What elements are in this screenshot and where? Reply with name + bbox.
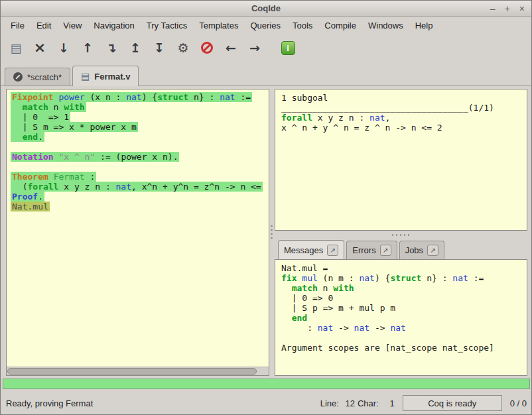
messages-view[interactable]: Nat.mul =fix mul (n m : nat) {struct n} … <box>275 260 527 356</box>
tab-fermat-label: Fermat.v <box>94 72 130 82</box>
info-icon: i <box>281 41 295 55</box>
arrow-down-bar-icon: ↧ <box>154 40 165 55</box>
tab-jobs[interactable]: Jobs ↗ <box>399 241 444 259</box>
scrollbar-thumb[interactable] <box>7 368 257 375</box>
progress-bar <box>3 379 530 389</box>
save-icon: ▤ <box>10 41 21 55</box>
arrow-up-bar-icon: ↥ <box>130 40 141 55</box>
close-button[interactable]: × <box>519 3 525 14</box>
line-value: 12 <box>342 398 355 408</box>
titlebar[interactable]: CoqIde – + × <box>1 1 531 17</box>
goals-pane: 1 subgoal_______________________________… <box>275 89 527 231</box>
pencil-circle-icon <box>13 72 23 82</box>
window-title: CoqIde <box>251 3 281 13</box>
status-message: Ready, proving Fermat <box>6 398 93 408</box>
step-forward-button[interactable]: ↓ <box>54 37 74 58</box>
messages-pane: Nat.mul =fix mul (n m : nat) {struct n} … <box>275 259 527 376</box>
proof-goals-view[interactable]: 1 subgoal_______________________________… <box>275 89 527 136</box>
tab-fermat[interactable]: ▤ Fermat.v <box>72 66 139 86</box>
script-editor[interactable]: Fixpoint power (x n : nat) {struct n} : … <box>7 89 269 367</box>
maximize-button[interactable]: + <box>505 3 510 14</box>
close-buffer-button[interactable]: × <box>30 37 50 58</box>
document-icon: ▤ <box>81 72 90 81</box>
no-entry-icon <box>201 42 213 54</box>
arrow-left-icon: ← <box>226 40 236 55</box>
close-icon: × <box>34 41 46 54</box>
detach-messages-button[interactable]: ↗ <box>327 245 338 256</box>
previous-button[interactable]: ← <box>221 37 241 58</box>
toolbar: ▤ × ↓ ↑ ↴ ↥ ↧ ⚙ ← → i <box>1 34 531 62</box>
menu-file[interactable]: File <box>5 19 31 32</box>
arrow-right-icon: → <box>249 40 260 55</box>
coq-status-indicator: Coq is ready <box>403 395 502 411</box>
coq-status-text: Coq is ready <box>428 398 476 408</box>
char-value: 1 <box>381 398 395 408</box>
interrupt-button[interactable] <box>197 37 217 58</box>
next-button[interactable]: → <box>245 37 265 58</box>
horizontal-splitter[interactable] <box>391 233 411 237</box>
line-label: Line: <box>320 398 339 408</box>
menu-help[interactable]: Help <box>409 19 439 32</box>
tab-jobs-label: Jobs <box>405 245 423 255</box>
menu-try-tactics[interactable]: Try Tactics <box>141 19 193 32</box>
tab-messages-label: Messages <box>284 245 323 255</box>
vertical-splitter[interactable] <box>270 224 273 241</box>
horizontal-scrollbar[interactable] <box>7 367 269 375</box>
tab-messages[interactable]: Messages ↗ <box>278 240 344 260</box>
menu-view[interactable]: View <box>57 19 88 32</box>
menu-templates[interactable]: Templates <box>193 19 244 32</box>
char-label: Char: <box>358 398 379 408</box>
tab-errors[interactable]: Errors ↗ <box>346 241 397 259</box>
gear-icon: ⚙ <box>177 40 188 55</box>
fully-check-button[interactable]: ⚙ <box>173 37 193 58</box>
menu-windows[interactable]: Windows <box>362 19 409 32</box>
arrow-down-icon: ↓ <box>58 40 69 55</box>
menu-edit[interactable]: Edit <box>31 19 57 32</box>
tab-scratch-label: *scratch* <box>27 72 62 82</box>
tab-scratch[interactable]: *scratch* <box>5 68 70 86</box>
detach-jobs-button[interactable]: ↗ <box>427 245 438 256</box>
go-to-end-button[interactable]: ↧ <box>149 37 169 58</box>
menu-compile[interactable]: Compile <box>318 19 362 32</box>
worker-count: 0 / 0 <box>510 398 527 408</box>
script-pane: Fixpoint power (x n : nat) {struct n} : … <box>6 89 269 376</box>
step-backward-button[interactable]: ↑ <box>78 37 98 58</box>
minimize-button[interactable]: – <box>490 3 496 14</box>
save-button[interactable]: ▤ <box>6 37 26 58</box>
status-bar: Ready, proving Fermat Line: 12 Char: 1 C… <box>1 392 531 414</box>
go-to-start-button[interactable]: ↥ <box>125 37 145 58</box>
status-right-cluster: Line: 12 Char: 1 Coq is ready 0 / 0 <box>320 395 527 411</box>
menu-queries[interactable]: Queries <box>244 19 287 32</box>
go-to-cursor-button[interactable]: ↴ <box>101 37 121 58</box>
tab-errors-label: Errors <box>352 245 375 255</box>
detach-errors-button[interactable]: ↗ <box>380 245 391 256</box>
detach-arrow-icon: ↗ <box>383 247 388 254</box>
detach-arrow-icon: ↗ <box>430 247 435 254</box>
about-button[interactable]: i <box>278 37 298 58</box>
coqide-window: CoqIde – + × File Edit View Navigation T… <box>0 0 532 415</box>
arrow-corner-icon: ↴ <box>106 40 117 55</box>
menubar: File Edit View Navigation Try Tactics Te… <box>1 17 531 33</box>
messages-tabbar: Messages ↗ Errors ↗ Jobs ↗ <box>275 239 527 259</box>
detach-arrow-icon: ↗ <box>330 247 336 254</box>
menu-navigation[interactable]: Navigation <box>88 19 140 32</box>
arrow-up-icon: ↑ <box>82 40 93 55</box>
document-tabbar: *scratch* ▤ Fermat.v <box>1 65 531 86</box>
menu-tools[interactable]: Tools <box>287 19 318 32</box>
